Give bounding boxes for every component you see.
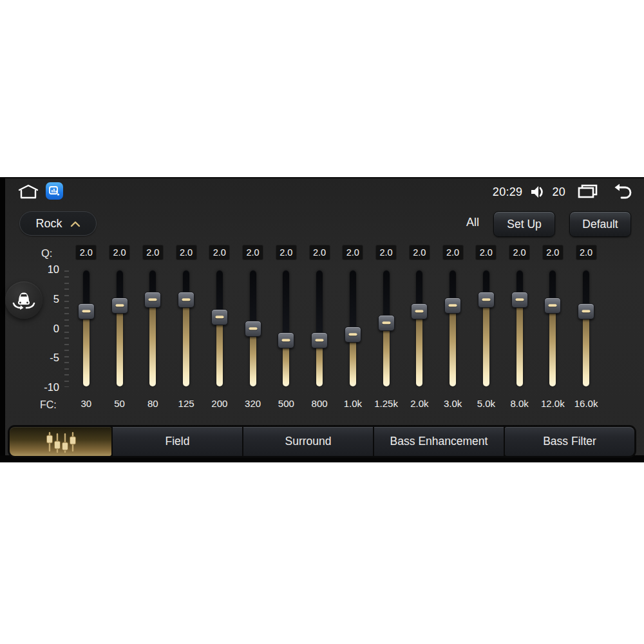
fc-label-320: 320 — [236, 398, 270, 409]
fc-label-1.0k: 1.0k — [336, 398, 370, 409]
tab-label: Bass Enhancement — [390, 435, 488, 448]
q-value-800[interactable]: 2.0 — [309, 245, 330, 260]
slider-handle-16.0k[interactable] — [578, 303, 594, 319]
q-value-16.0k[interactable]: 2.0 — [576, 245, 597, 260]
scale-tick-label: -5 — [50, 352, 59, 364]
q-value-12.0k[interactable]: 2.0 — [542, 245, 564, 260]
car-surround-icon — [11, 289, 37, 312]
fc-label-800: 800 — [303, 398, 336, 409]
q-value-5.0k[interactable]: 2.0 — [475, 245, 497, 260]
q-value-3.0k[interactable]: 2.0 — [442, 245, 464, 260]
back-button[interactable] — [611, 183, 632, 202]
slider-fill — [216, 317, 223, 386]
q-cell: 2.0 — [370, 245, 403, 260]
tab-field[interactable]: Field — [113, 427, 242, 456]
fc-label-8.0k: 8.0k — [503, 398, 536, 409]
tab-equalizer[interactable] — [10, 427, 111, 456]
fc-label-16.0k: 16.0k — [569, 398, 603, 409]
slider-handle-800[interactable] — [311, 332, 328, 348]
slider-handle-8.0k[interactable] — [511, 292, 528, 308]
q-cell: 2.0 — [503, 245, 536, 260]
slider-fill — [549, 305, 556, 386]
q-value-8.0k[interactable]: 2.0 — [509, 245, 530, 260]
band-2.0k — [403, 270, 437, 386]
tab-bass-filter[interactable]: Bass Filter — [505, 427, 634, 456]
fc-label-1.25k: 1.25k — [370, 398, 403, 409]
q-value-125[interactable]: 2.0 — [176, 245, 197, 260]
q-cell: 2.0 — [403, 245, 437, 260]
slider-handle-320[interactable] — [245, 321, 261, 337]
q-value-1.25k[interactable]: 2.0 — [375, 245, 397, 260]
slider-fill — [583, 311, 589, 386]
q-value-1.0k[interactable]: 2.0 — [342, 245, 363, 260]
slider-fill — [83, 311, 90, 386]
fc-label-3.0k: 3.0k — [436, 398, 469, 409]
band-1.0k — [336, 270, 370, 386]
q-cell: 2.0 — [137, 245, 170, 260]
fc-label-5.0k: 5.0k — [469, 398, 503, 409]
q-value-200[interactable]: 2.0 — [209, 245, 230, 260]
home-button[interactable] — [15, 182, 41, 202]
band-80 — [137, 270, 170, 386]
recent-apps-icon — [576, 183, 598, 202]
q-cell: 2.0 — [436, 245, 469, 260]
equalizer-bands — [70, 270, 603, 386]
slider-handle-5.0k[interactable] — [478, 292, 495, 308]
chevron-up-icon — [70, 221, 80, 227]
band-200 — [203, 270, 236, 386]
q-value-320[interactable]: 2.0 — [242, 245, 263, 260]
band-500 — [270, 270, 303, 386]
slider-handle-500[interactable] — [278, 332, 294, 348]
slider-handle-200[interactable] — [211, 309, 228, 325]
slider-handle-1.0k[interactable] — [345, 327, 361, 343]
equalizer-sliders-icon — [43, 430, 78, 454]
fc-label-12.0k: 12.0k — [536, 398, 570, 409]
q-value-30[interactable]: 2.0 — [75, 245, 97, 260]
q-value-80[interactable]: 2.0 — [142, 245, 164, 260]
q-value-500[interactable]: 2.0 — [276, 245, 297, 260]
band-12.0k — [536, 270, 570, 386]
fc-label-30: 30 — [70, 398, 103, 409]
recent-apps-button[interactable] — [576, 183, 598, 202]
slider-fill — [250, 328, 256, 386]
slider-handle-125[interactable] — [178, 292, 194, 308]
band-800 — [303, 270, 336, 386]
tab-bass-enhancement[interactable]: Bass Enhancement — [374, 427, 504, 456]
slider-handle-80[interactable] — [144, 292, 161, 308]
db-scale: 1050-5-10 — [30, 263, 59, 393]
tab-surround[interactable]: Surround — [243, 427, 373, 456]
slider-handle-3.0k[interactable] — [444, 298, 461, 314]
slider-fill — [416, 311, 422, 386]
band-50 — [103, 270, 137, 386]
band-16.0k — [569, 270, 603, 386]
slider-handle-30[interactable] — [78, 303, 95, 319]
q-cell: 2.0 — [103, 245, 137, 260]
fc-label-125: 125 — [169, 398, 203, 409]
q-cell: 2.0 — [169, 245, 203, 260]
setup-button[interactable]: Set Up — [493, 211, 555, 237]
tab-label: Field — [166, 435, 190, 448]
slider-fill — [183, 299, 189, 386]
q-value-50[interactable]: 2.0 — [109, 245, 130, 260]
slider-handle-2.0k[interactable] — [411, 303, 428, 319]
scale-tick-label: 10 — [48, 263, 59, 276]
slider-handle-1.25k[interactable] — [378, 315, 395, 331]
fc-row-label: FC: — [40, 399, 57, 411]
music-app-icon[interactable] — [46, 182, 63, 200]
fc-label-80: 80 — [137, 398, 170, 409]
q-cell: 2.0 — [203, 245, 236, 260]
q-value-2.0k[interactable]: 2.0 — [409, 245, 430, 260]
left-bezel — [0, 178, 5, 462]
q-cell: 2.0 — [336, 245, 370, 260]
default-button[interactable]: Default — [569, 211, 631, 237]
slider-handle-12.0k[interactable] — [544, 298, 561, 314]
slider-handle-50[interactable] — [111, 298, 128, 314]
q-cell: 2.0 — [536, 245, 570, 260]
q-row: 2.02.02.02.02.02.02.02.02.02.02.02.02.02… — [70, 245, 603, 260]
q-cell: 2.0 — [70, 245, 103, 260]
bottom-tab-bar: FieldSurroundBass EnhancementBass Filter — [8, 425, 636, 458]
preset-dropdown[interactable]: Rock — [19, 211, 97, 236]
fc-label-50: 50 — [103, 398, 137, 409]
slider-fill — [450, 305, 456, 386]
car-fader-button[interactable] — [5, 281, 43, 319]
